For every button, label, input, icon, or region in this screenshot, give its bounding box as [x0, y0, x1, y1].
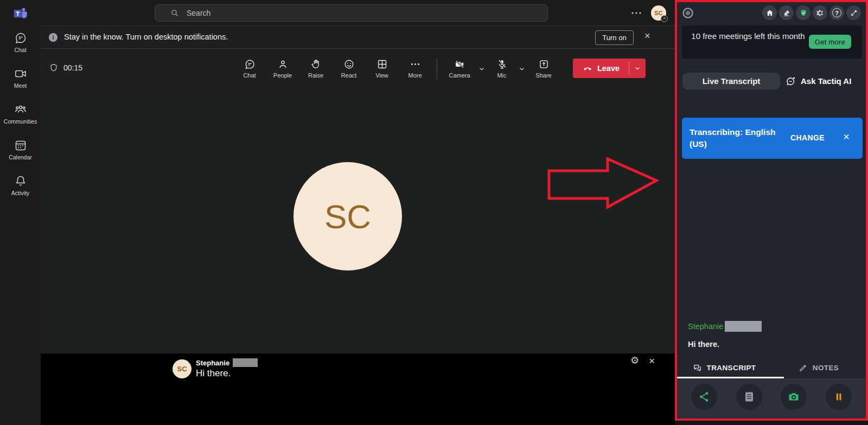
change-language-button[interactable]: CHANGE — [790, 133, 825, 142]
view-button[interactable]: View — [366, 53, 398, 85]
sidebar-item-calendar[interactable]: Calendar — [0, 139, 41, 160]
leave-label: Leave — [597, 64, 620, 73]
control-label: Mic — [497, 72, 506, 79]
leave-button[interactable]: Leave — [573, 59, 646, 78]
pause-recording-button[interactable] — [826, 384, 852, 410]
more-options-icon[interactable] — [629, 8, 643, 18]
search-icon — [170, 9, 179, 17]
tab-ask-tactiq-ai[interactable]: Ask Tactiq AI — [786, 73, 851, 89]
transcribing-close-icon[interactable]: × — [843, 131, 850, 143]
ellipsis-icon — [410, 59, 421, 70]
pause-icon — [832, 390, 845, 403]
mic-options-chevron[interactable] — [515, 53, 529, 85]
tab-notes[interactable]: NOTES — [771, 358, 866, 378]
caption-text: Hi there. — [196, 368, 231, 379]
control-label: Raise — [308, 72, 323, 79]
top-bar: SC × — [41, 0, 675, 26]
search-input[interactable] — [155, 4, 548, 22]
collapse-icon[interactable] — [846, 5, 861, 20]
tab-live-transcript[interactable]: Live Transcript — [682, 73, 780, 89]
share-transcript-button[interactable] — [691, 384, 717, 410]
avatar-initials: SC — [654, 10, 662, 16]
device-controls: Camera Mic Share — [444, 49, 558, 88]
control-label: More — [408, 72, 422, 79]
user-avatar[interactable]: SC × — [651, 5, 666, 21]
person-icon — [277, 59, 289, 70]
notification-banner: i Stay in the know. Turn on desktop noti… — [41, 26, 675, 49]
camera-options-chevron[interactable] — [475, 53, 489, 85]
dismiss-notification-icon[interactable]: × — [644, 30, 650, 42]
annotation-arrow — [545, 154, 660, 211]
sidebar-label: Chat — [14, 47, 26, 53]
sidebar-item-meet[interactable]: Meet — [0, 67, 41, 89]
turn-on-button[interactable]: Turn on — [595, 30, 634, 45]
video-camera-icon — [14, 67, 27, 80]
presence-badge: × — [661, 15, 668, 22]
privacy-shield-icon[interactable] — [796, 5, 810, 20]
people-group-icon — [14, 103, 27, 116]
meeting-controls: Chat People Raise React View — [234, 49, 431, 88]
avatar-initials: SC — [324, 197, 371, 236]
info-icon: i — [49, 33, 58, 42]
react-button[interactable]: React — [333, 53, 365, 85]
tactiq-footer-tabs: TRANSCRIPT NOTES — [677, 358, 866, 378]
caption-strip: SC Stephanie Hi there. ⚙ × — [41, 353, 675, 425]
caption-close-icon[interactable]: × — [649, 355, 655, 367]
calendar-icon — [14, 139, 27, 152]
quota-banner: 10 free meetings left this month Get mor… — [682, 25, 862, 59]
settings-gear-icon[interactable] — [813, 5, 827, 20]
share-nodes-icon — [698, 390, 711, 403]
more-button[interactable]: More — [399, 53, 431, 85]
share-screen-icon — [538, 59, 550, 70]
sidebar-label: Calendar — [9, 154, 32, 160]
raise-hand-button[interactable]: Raise — [300, 53, 331, 85]
meeting-stage: SC — [41, 88, 675, 353]
leave-options-chevron[interactable] — [629, 59, 646, 78]
raise-hand-icon — [310, 59, 322, 70]
mic-off-icon — [496, 59, 508, 70]
notification-message: Stay in the know. Turn on desktop notifi… — [64, 33, 228, 41]
screenshot-camera-button[interactable] — [781, 384, 807, 410]
control-label: View — [375, 72, 388, 79]
share-button[interactable]: Share — [529, 53, 558, 85]
toolbar-divider — [437, 58, 437, 80]
sidebar-label: Activity — [11, 190, 29, 196]
eraser-icon[interactable] — [779, 5, 794, 20]
sidebar-label: Meet — [14, 82, 27, 89]
tab-label: TRANSCRIPT — [707, 364, 756, 372]
camera-button[interactable]: Camera — [444, 53, 475, 85]
chat-bubble-icon — [244, 59, 256, 70]
teams-meeting-screen: Chat Meet Communities Calendar Activity — [0, 0, 868, 425]
timer-value: 00:15 — [63, 63, 82, 72]
search-field[interactable] — [187, 9, 512, 17]
main-window: SC × i Stay in the know. Turn on desktop… — [41, 0, 675, 425]
home-icon[interactable] — [762, 5, 777, 20]
document-icon — [743, 390, 756, 403]
tab-transcript[interactable]: TRANSCRIPT — [677, 358, 771, 378]
caption-speaker-row: Stephanie — [196, 358, 258, 367]
chat-button[interactable]: Chat — [234, 53, 265, 85]
caption-settings-icon[interactable]: ⚙ — [630, 355, 639, 366]
sidebar-item-chat[interactable]: Chat — [0, 31, 41, 53]
record-indicator-icon[interactable] — [681, 7, 694, 20]
transcript-speaker: Stephanie — [688, 322, 723, 331]
get-more-button[interactable]: Get more — [809, 35, 851, 49]
caption-speaker: Stephanie — [196, 359, 229, 367]
sidebar-label: Communities — [4, 118, 37, 125]
leave-main[interactable]: Leave — [573, 59, 629, 78]
notes-document-button[interactable] — [736, 384, 762, 410]
tactiq-tabs: Live Transcript Ask Tactiq AI — [677, 73, 866, 90]
participant-avatar: SC — [293, 162, 402, 271]
tab-label: Ask Tactiq AI — [801, 76, 851, 86]
sidebar-item-communities[interactable]: Communities — [0, 103, 41, 125]
tactiq-header: ? — [677, 4, 866, 23]
quota-text: 10 free meetings left this month — [686, 31, 810, 42]
pencil-icon — [799, 363, 808, 372]
people-button[interactable]: People — [267, 53, 298, 85]
mic-button[interactable]: Mic — [489, 53, 515, 85]
help-icon[interactable]: ? — [829, 5, 844, 20]
tactiq-action-bar — [677, 378, 866, 418]
sidebar-item-activity[interactable]: Activity — [0, 175, 41, 196]
control-label: Share — [535, 72, 551, 79]
meeting-timer: 00:15 — [49, 63, 82, 73]
